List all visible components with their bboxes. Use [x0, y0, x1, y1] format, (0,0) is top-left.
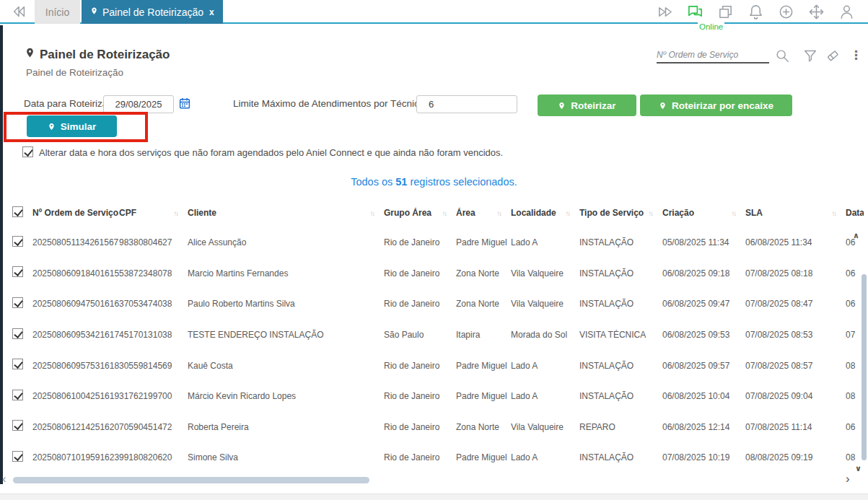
table-row[interactable]: 202508060953421617 45170131038 TESTE END…	[0, 320, 868, 351]
simular-button[interactable]: Simular	[27, 115, 117, 137]
move-icon[interactable]	[808, 4, 825, 20]
chat-icon[interactable]	[687, 4, 703, 20]
sort-icon[interactable]: ↑↓	[649, 209, 653, 217]
sort-icon[interactable]: ↑↓	[566, 209, 570, 217]
cell-grupo-area: Rio de Janeiro	[384, 422, 456, 432]
sort-icon[interactable]: ↑↓	[497, 209, 501, 217]
cell-localidade: Lado A	[511, 361, 579, 371]
vertical-scrollbar-thumb[interactable]	[862, 274, 867, 460]
bell-icon[interactable]	[748, 4, 764, 20]
cell-cpf: 31762199700	[119, 391, 188, 401]
cell-sla: 07/08/2025 08:53	[745, 330, 846, 340]
copy-icon[interactable]	[717, 4, 734, 20]
cell-ordem-servico: 202508060957531618	[32, 361, 119, 371]
select-all-checkbox[interactable]	[12, 206, 23, 217]
calendar-icon[interactable]	[178, 97, 191, 113]
page-title: Painel de Roteirização	[25, 46, 170, 63]
row-checkbox[interactable]	[12, 297, 23, 308]
roteirizar-encaixe-button[interactable]: Roteirizar por encaixe	[640, 95, 792, 116]
horizontal-scrollbar-thumb[interactable]	[13, 477, 369, 483]
close-tab-icon[interactable]: x	[209, 7, 214, 17]
cell-localidade: Lado A	[511, 391, 579, 401]
search-icon[interactable]	[774, 48, 790, 63]
sort-icon[interactable]: ↑↓	[732, 209, 736, 217]
row-checkbox[interactable]	[12, 420, 23, 431]
column-header-tipo-servico[interactable]: Tipo de Serviço↑↓	[579, 208, 662, 218]
cell-tipo-servico: VISITA TÉCNICA	[579, 330, 662, 340]
sort-icon[interactable]: ↑↓	[442, 209, 447, 217]
cell-localidade: Morada do Sol	[511, 330, 579, 340]
cell-criacao: 05/08/2025 11:34	[662, 237, 745, 247]
column-header-sla[interactable]: SLA↑↓	[745, 208, 846, 218]
table-row[interactable]: 202508060957531618 30559814569 Kauê Cost…	[0, 350, 868, 381]
roteirizar-button[interactable]: Roteirizar	[538, 95, 636, 116]
column-header-localidade[interactable]: Localidade↑↓	[511, 208, 579, 218]
cell-sla: 07/08/2025 09:04	[745, 391, 846, 401]
column-header-cpf[interactable]: CPF↑↓	[119, 208, 188, 218]
cell-cpf: 70590451472	[119, 422, 188, 432]
table-row[interactable]: 202508060918401615 53872348078 Marcio Ma…	[0, 258, 868, 289]
cell-ordem-servico: 202508060953421617	[32, 330, 119, 340]
column-header-ordem-servico[interactable]: Nº Ordem de Serviço↑↓	[32, 208, 119, 218]
cell-ordem-servico: 202508061214251620	[32, 422, 119, 432]
cell-criacao: 06/08/2025 09:57	[662, 361, 745, 371]
row-checkbox[interactable]	[12, 451, 23, 462]
column-header-data[interactable]: Data	[846, 208, 864, 218]
table-row[interactable]: 202508061004251619 31762199700 Márcio Ke…	[0, 381, 868, 412]
sort-icon[interactable]: ↑↓	[832, 209, 836, 217]
cell-criacao: 06/08/2025 09:18	[662, 268, 745, 278]
filter-funnel-icon[interactable]	[802, 48, 818, 63]
bottom-strip	[0, 494, 868, 500]
sort-icon[interactable]: ↑↓	[174, 209, 178, 217]
row-checkbox[interactable]	[12, 390, 23, 400]
collapse-tabs-icon[interactable]	[12, 4, 27, 22]
page-title-text: Painel de Roteirização	[40, 48, 170, 62]
location-pin-icon	[558, 101, 566, 110]
scroll-down-icon[interactable]: ∨	[855, 464, 862, 473]
simular-label: Simular	[61, 121, 97, 132]
column-header-grupo-area[interactable]: Grupo Área↑↓	[384, 208, 456, 218]
location-pin-icon	[659, 101, 667, 110]
table-row[interactable]: 202508051134261567 98380804627 Alice Ass…	[0, 227, 868, 258]
cell-cpf: 37053474038	[119, 299, 188, 309]
user-icon[interactable]	[838, 4, 855, 20]
scroll-up-icon[interactable]: ∧	[853, 231, 859, 240]
column-header-area[interactable]: Área↑↓	[456, 208, 511, 218]
scroll-right-icon[interactable]: ›	[846, 472, 850, 486]
table-row[interactable]: 202508060947501616 37053474038 Paulo Rob…	[0, 289, 868, 320]
selection-suffix: registros selecionados.	[410, 176, 517, 188]
cell-tipo-servico: INSTALAÇÃO	[579, 452, 662, 462]
kebab-menu-icon[interactable]: ⋮	[850, 48, 866, 63]
cell-cpf: 99180820620	[119, 452, 188, 462]
column-header-cliente[interactable]: Cliente↑↓	[188, 208, 384, 218]
cell-cpf: 30559814569	[119, 361, 188, 371]
column-header-criacao[interactable]: Criação↑↓	[662, 208, 745, 218]
table-row[interactable]: 202508061214251620 70590451472 Roberta P…	[0, 412, 868, 443]
cell-sla: 08/08/2025 09:19	[745, 452, 846, 462]
row-checkbox[interactable]	[12, 359, 23, 369]
table-row[interactable]: 202508071019591623 99180820620 Simone Si…	[0, 442, 868, 473]
row-checkbox[interactable]	[12, 328, 23, 339]
fast-forward-icon[interactable]	[657, 4, 673, 20]
scroll-left-icon[interactable]: ‹	[2, 472, 6, 486]
cell-area: Zona Norte	[456, 422, 511, 432]
cell-ordem-servico: 202508051134261567	[32, 237, 119, 247]
sort-icon[interactable]: ↑↓	[370, 209, 374, 217]
app-window: Início Painel de Roteirização x	[0, 0, 868, 500]
row-checkbox[interactable]	[12, 236, 23, 247]
cell-cpf: 45170131038	[119, 330, 188, 340]
eraser-icon[interactable]	[825, 48, 841, 63]
plus-circle-icon[interactable]	[778, 4, 794, 20]
cell-ordem-servico: 202508071019591623	[32, 452, 119, 462]
cell-criacao: 07/08/2025 10:19	[662, 452, 745, 462]
cell-cliente: Simone Silva	[188, 452, 384, 462]
limit-input[interactable]	[416, 95, 517, 113]
search-input[interactable]	[657, 48, 769, 63]
tab-painel-roteirizacao[interactable]: Painel de Roteirização x	[82, 0, 223, 24]
cell-sla: 07/08/2025 11:14	[745, 422, 846, 432]
date-input[interactable]	[103, 95, 174, 113]
row-checkbox[interactable]	[12, 266, 23, 277]
location-pin-icon	[48, 122, 56, 131]
alter-date-checkbox[interactable]	[22, 146, 33, 157]
tab-inicio[interactable]: Início	[35, 0, 80, 24]
